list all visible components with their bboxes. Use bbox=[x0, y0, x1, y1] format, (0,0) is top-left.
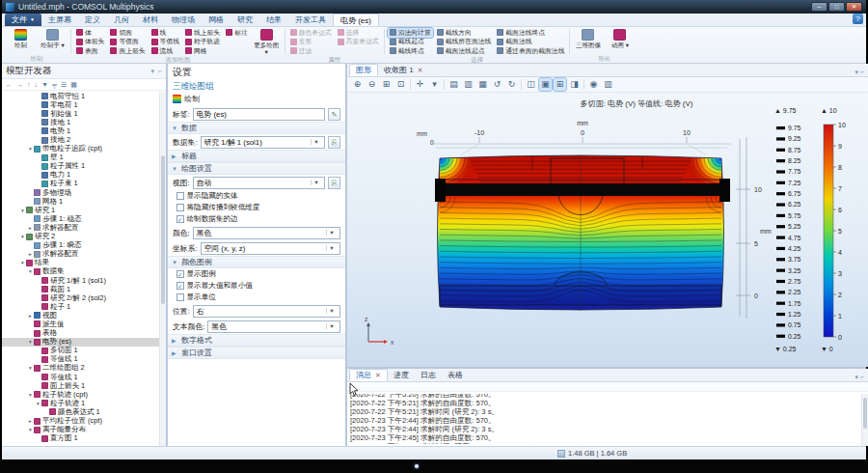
go-to-default-view-icon[interactable]: ✛ bbox=[414, 78, 426, 91]
dataset-extra-button[interactable]: ⎘ bbox=[328, 136, 340, 149]
tree-item[interactable]: 零电荷 1 bbox=[2, 100, 159, 109]
help-button[interactable]: ? bbox=[853, 14, 863, 24]
tab-table[interactable]: 表格 bbox=[442, 369, 469, 381]
tree-item[interactable]: 研究 1/解 1 (sol1) bbox=[2, 276, 159, 285]
graphics-panel-menu-icon[interactable]: ▾ ⌐ bbox=[854, 69, 868, 76]
tab-log[interactable]: 日志 bbox=[415, 369, 442, 381]
ribbon-button[interactable]: 体 bbox=[74, 28, 106, 38]
tree-item[interactable]: 表格 bbox=[2, 329, 159, 338]
close-button[interactable]: ✕ bbox=[846, 2, 862, 12]
ribbon-button[interactable]: 网格 bbox=[183, 46, 222, 56]
messages-list[interactable]: [2020-7-22 下午5:20] 求解的自由度数: 570。[2020-7-… bbox=[350, 394, 859, 444]
tree-expander-icon[interactable]: ▾ bbox=[27, 339, 34, 345]
edge-color-select[interactable]: 黑色▼ bbox=[193, 227, 340, 239]
ribbon-button[interactable]: 粒子轨迹 bbox=[183, 38, 222, 47]
check-show-legends[interactable]: 显示图例 bbox=[168, 268, 345, 280]
tree-expander-icon[interactable]: ▾ bbox=[19, 208, 26, 213]
tree-expander-icon[interactable]: ▸ bbox=[27, 225, 34, 231]
back-icon[interactable]: ← bbox=[6, 81, 13, 88]
ribbon-tab[interactable]: 研究 bbox=[231, 14, 259, 26]
minimize-button[interactable]: ─ bbox=[811, 2, 827, 12]
rename-button[interactable]: ✎ bbox=[328, 108, 340, 121]
move-up-icon[interactable]: ↑ bbox=[27, 81, 31, 88]
ribbon-button[interactable]: 截线起点 bbox=[388, 38, 433, 47]
view-yz-plane-icon[interactable]: ▥ bbox=[462, 78, 475, 91]
ribbon-button[interactable]: 线上箭头 bbox=[183, 28, 222, 38]
maximize-button[interactable]: □ bbox=[828, 2, 845, 12]
transparency-icon[interactable]: ◨ bbox=[568, 78, 581, 91]
tree-expander-icon[interactable]: ▾ bbox=[27, 146, 34, 152]
ribbon-button[interactable]: 截线所在面法线 bbox=[435, 38, 494, 47]
ribbon-tab[interactable]: 定义 bbox=[78, 14, 107, 26]
ribbon-button[interactable]: 截面法线起点 bbox=[435, 46, 494, 56]
check-plot-dataset-edges[interactable]: 绘制数据集的边 bbox=[168, 213, 345, 225]
tree-item[interactable]: 多切面 1 bbox=[2, 347, 159, 355]
tree-expander-icon[interactable]: ▾ bbox=[27, 427, 34, 432]
label-field[interactable]: 电势 (es) bbox=[193, 108, 325, 121]
ribbon-button[interactable]: 面上箭头 bbox=[108, 46, 147, 56]
rotate-ccw-icon[interactable]: ↺ bbox=[491, 78, 503, 91]
tree-expander-icon[interactable]: ▾ bbox=[35, 401, 41, 406]
ribbon-tab[interactable]: 物理场 bbox=[165, 14, 202, 26]
graphics-view[interactable]: 多切面: 电势 (V) 等值线: 电势 (V) mm mm 0 -10010 bbox=[347, 93, 868, 367]
show-grid-icon[interactable]: ⊞ bbox=[554, 78, 566, 91]
frame-select[interactable]: 空间 (x, y, z)▼ bbox=[201, 242, 340, 255]
ribbon-tab[interactable]: 主屏幕 bbox=[41, 14, 78, 26]
view-select[interactable]: 自动▼ bbox=[193, 177, 325, 189]
tree-item[interactable]: 粒子属性 1 bbox=[2, 162, 159, 171]
ribbon-button[interactable]: 等值线 bbox=[149, 38, 181, 47]
messages-scrollbar[interactable] bbox=[861, 394, 868, 446]
view-extra-button[interactable]: ⎘ bbox=[328, 177, 340, 189]
panel-pin-icon[interactable]: ⌐ bbox=[158, 68, 162, 75]
zoom-out-icon[interactable]: ⊖ bbox=[366, 78, 378, 91]
section-window-settings[interactable]: ▶ 窗口设置 bbox=[168, 347, 345, 359]
tree-item[interactable]: ▾带电粒子追踪 (cpt) bbox=[2, 145, 159, 153]
section-number-format[interactable]: ▶ 数字格式 bbox=[168, 334, 345, 347]
tree-item[interactable]: 研究 2/解 2 (sol2) bbox=[2, 293, 159, 302]
tree-expander-icon[interactable]: ▾ bbox=[27, 392, 34, 398]
tab-convergence-plot[interactable]: 收敛图 1✕ bbox=[378, 64, 429, 76]
ribbon-tab[interactable]: 结果 bbox=[259, 14, 288, 26]
forward-icon[interactable]: → bbox=[16, 81, 23, 88]
image-3d-button[interactable]: 三维图像 bbox=[573, 28, 603, 48]
tree-expander-icon[interactable]: ▾ bbox=[27, 268, 34, 274]
section-color-legend[interactable]: ▼ 颜色图例 bbox=[168, 256, 345, 268]
tree-item[interactable]: ▸求解器配置 bbox=[2, 223, 159, 232]
ribbon-tab[interactable]: 材料 bbox=[136, 14, 165, 26]
ribbon-button[interactable]: 截面法线 bbox=[495, 38, 566, 47]
environment-reflections-icon[interactable]: ▣ bbox=[539, 78, 552, 91]
tree-expander-icon[interactable]: ▾ bbox=[19, 234, 26, 239]
zoom-box-icon[interactable]: ⊡ bbox=[394, 78, 407, 91]
checkbox-checked[interactable] bbox=[176, 270, 184, 278]
tree-item[interactable]: 电荷守恒 1 bbox=[2, 92, 159, 100]
tree-item[interactable]: 初始值 1 bbox=[2, 109, 159, 118]
checkbox-checked[interactable] bbox=[176, 215, 184, 223]
ribbon-button[interactable]: 流线 bbox=[149, 46, 181, 56]
tree-item[interactable]: ▸视图 bbox=[2, 311, 159, 320]
tree-item[interactable]: ▾二维绘图组 2 bbox=[2, 364, 159, 373]
plot-in-button[interactable]: 绘制于 ▾ bbox=[38, 28, 68, 48]
tree-item[interactable]: 网格 1 bbox=[2, 197, 159, 206]
tree-item[interactable]: 步骤 1: 稳态 bbox=[2, 214, 159, 223]
dataset-select[interactable]: 研究 1/解 1 (sol1)▼ bbox=[201, 136, 325, 149]
more-plots-button[interactable]: 更多绘图 ▾ bbox=[252, 28, 282, 55]
tree-item[interactable]: 粒子 1 bbox=[2, 302, 159, 311]
ribbon-button[interactable]: 沿法向计算 bbox=[388, 28, 433, 38]
collapse-all-icon[interactable]: ╤ bbox=[52, 81, 57, 88]
ribbon-button[interactable]: 切面 bbox=[108, 28, 147, 38]
tab-messages[interactable]: 消息✕ bbox=[349, 369, 388, 381]
section-plot-settings[interactable]: ▼ 绘图设置 bbox=[168, 162, 345, 175]
close-tab-icon[interactable]: ✕ bbox=[375, 369, 381, 381]
tree-item[interactable]: 电力 1 bbox=[2, 171, 159, 180]
print-icon[interactable]: ▥ bbox=[602, 78, 614, 91]
tree-item[interactable]: ▾电势 (es) bbox=[2, 338, 159, 347]
position-select[interactable]: 右▼ bbox=[193, 305, 340, 318]
tree-item[interactable]: 派生值 bbox=[2, 320, 159, 328]
tree-item[interactable]: 直方图 1 bbox=[2, 434, 159, 443]
zoom-extents-icon[interactable]: ⊞ bbox=[380, 78, 393, 91]
tree-item[interactable]: 粒子束 1 bbox=[2, 180, 159, 188]
tree-item[interactable]: ▸求解器配置 bbox=[2, 250, 159, 259]
ribbon-button[interactable]: 等值面 bbox=[108, 38, 147, 47]
check-show-units[interactable]: 显示单位 bbox=[168, 292, 345, 303]
check-show-max-min[interactable]: 显示最大值和最小值 bbox=[168, 280, 345, 292]
